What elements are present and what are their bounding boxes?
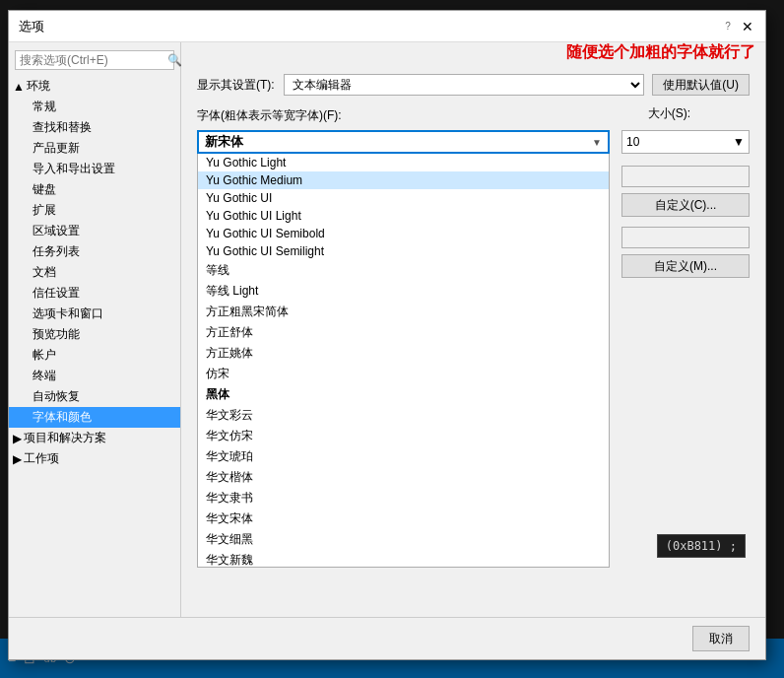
help-button[interactable]: ?: [720, 19, 736, 34]
sidebar-item-find-replace[interactable]: 查找和替换: [9, 117, 180, 138]
expand-arrow: ▲: [13, 80, 25, 94]
sidebar-item-docs[interactable]: 文档: [9, 262, 180, 283]
sidebar-item-import-export[interactable]: 导入和导出设置: [9, 159, 180, 179]
font-list-item[interactable]: 华文彩云: [198, 405, 609, 426]
font-list-item[interactable]: 等线 Light: [198, 281, 609, 302]
search-icon: 🔍: [167, 53, 182, 67]
font-list-item[interactable]: 黑体: [198, 384, 609, 405]
size-dropdown[interactable]: 10 ▼: [621, 130, 750, 154]
font-list-item[interactable]: 方正粗黑宋简体: [198, 302, 609, 322]
size-and-custom: 10 ▼ 自定义(C)... 自定义(M)...: [621, 130, 750, 278]
font-dropdown-header[interactable]: 新宋体 ▼: [197, 130, 610, 154]
sidebar-item-label-projects: 项目和解决方案: [24, 430, 106, 446]
font-list-item[interactable]: Yu Gothic Medium: [198, 171, 609, 189]
sidebar-item-general[interactable]: 常规: [9, 97, 180, 117]
dialog-body: 🔍 ▲ 环境 常规 查找和替换 产品更新 导入和导出设置 键盘 扩展 区域设置 …: [9, 42, 765, 617]
sidebar-item-expand[interactable]: 扩展: [9, 200, 180, 221]
search-box[interactable]: 🔍: [15, 50, 174, 70]
tree-section: ▲ 环境 常规 查找和替换 产品更新 导入和导出设置 键盘 扩展 区域设置 任务…: [9, 74, 180, 613]
sidebar-item-label: 环境: [27, 78, 50, 95]
sidebar-item-region[interactable]: 区域设置: [9, 221, 180, 241]
close-button[interactable]: ✕: [740, 19, 755, 34]
content-area: 随便选个加粗的字体就行了 显示其设置(T): 文本编辑器 使用默认值(U) 字体…: [181, 42, 765, 617]
font-list-item[interactable]: 方正姚体: [198, 343, 609, 364]
size-value: 10: [626, 135, 639, 149]
font-label-row: 字体(粗体表示等宽字体)(F): 大小(S):: [197, 105, 750, 126]
sidebar-item-env[interactable]: ▲ 环境: [9, 76, 180, 97]
display-select[interactable]: 文本编辑器: [284, 74, 644, 96]
font-selected-label: 新宋体: [205, 133, 243, 151]
size-chevron-icon: ▼: [733, 135, 745, 149]
font-list-item[interactable]: Yu Gothic UI Light: [198, 207, 609, 225]
sidebar-item-workitems[interactable]: ▶ 工作项: [9, 448, 180, 469]
dialog-footer: 取消: [9, 617, 765, 659]
display-settings-row: 显示其设置(T): 文本编辑器 使用默认值(U): [197, 74, 750, 96]
sidebar-item-tabs-windows[interactable]: 选项卡和窗口: [9, 304, 180, 324]
font-list-item[interactable]: 华文新魏: [198, 550, 609, 568]
dialog-titlebar: 选项 ? ✕: [9, 11, 765, 42]
chevron-down-icon: ▼: [592, 137, 602, 148]
sidebar-item-accounts[interactable]: 帐户: [9, 345, 180, 366]
font-section: 字体(粗体表示等宽字体)(F): 大小(S): 新宋体 ▼ Yu Gothic …: [197, 105, 750, 278]
font-list-item[interactable]: Yu Gothic UI Semibold: [198, 225, 609, 242]
font-list-item[interactable]: 方正舒体: [198, 322, 609, 343]
color-placeholder-2: [621, 227, 750, 248]
font-list-item[interactable]: 华文细黑: [198, 529, 609, 550]
sidebar: 🔍 ▲ 环境 常规 查找和替换 产品更新 导入和导出设置 键盘 扩展 区域设置 …: [9, 42, 181, 617]
font-list-item[interactable]: 等线: [198, 260, 609, 281]
sidebar-item-task-list[interactable]: 任务列表: [9, 241, 180, 262]
font-dropdown: 新宋体 ▼ Yu Gothic LightYu Gothic MediumYu …: [197, 130, 610, 278]
font-list-item[interactable]: 华文宋体: [198, 508, 609, 529]
sidebar-item-label-workitems: 工作项: [24, 450, 59, 467]
font-list-item[interactable]: 华文琥珀: [198, 446, 609, 467]
sidebar-item-preview[interactable]: 预览功能: [9, 324, 180, 345]
expand-arrow-projects: ▶: [13, 432, 22, 445]
sidebar-item-keyboard[interactable]: 键盘: [9, 179, 180, 200]
font-list-item[interactable]: 华文楷体: [198, 467, 609, 488]
font-list-container: 新宋体 ▼ Yu Gothic LightYu Gothic MediumYu …: [197, 130, 750, 278]
size-label: 大小(S):: [648, 105, 690, 122]
sidebar-item-product-update[interactable]: 产品更新: [9, 138, 180, 159]
font-list-item[interactable]: Yu Gothic UI: [198, 189, 609, 207]
font-list-item[interactable]: 仿宋: [198, 364, 609, 384]
code-hint-text: (0xB811) ;: [666, 539, 737, 553]
sidebar-item-terminal[interactable]: 终端: [9, 366, 180, 386]
font-list-item[interactable]: 华文仿宋: [198, 426, 609, 446]
options-dialog: 选项 ? ✕ 🔍 ▲ 环境 常规 查找和替换 产品更新 导入和导出设: [8, 10, 766, 660]
custom-c-button[interactable]: 自定义(C)...: [621, 193, 750, 217]
color-placeholder-1: [621, 166, 750, 187]
font-label: 字体(粗体表示等宽字体)(F):: [197, 107, 342, 124]
search-input[interactable]: [20, 53, 167, 67]
font-list-item[interactable]: 华文隶书: [198, 488, 609, 508]
expand-arrow-workitems: ▶: [13, 452, 22, 466]
font-list[interactable]: Yu Gothic LightYu Gothic MediumYu Gothic…: [197, 154, 610, 568]
font-list-item[interactable]: Yu Gothic UI Semilight: [198, 242, 609, 260]
sidebar-item-trust[interactable]: 信任设置: [9, 283, 180, 304]
annotation-text: 随便选个加粗的字体就行了: [566, 42, 755, 63]
code-hint-box: (0xB811) ;: [657, 534, 746, 558]
sidebar-item-auto-recover[interactable]: 自动恢复: [9, 386, 180, 407]
font-list-item[interactable]: Yu Gothic Light: [198, 154, 609, 171]
use-default-button[interactable]: 使用默认值(U): [652, 74, 750, 96]
sidebar-item-projects[interactable]: ▶ 项目和解决方案: [9, 428, 180, 448]
dialog-controls: ? ✕: [720, 19, 755, 34]
cancel-button[interactable]: 取消: [692, 626, 750, 651]
dialog-title: 选项: [19, 18, 44, 35]
custom-m-button[interactable]: 自定义(M)...: [621, 254, 750, 278]
display-label: 显示其设置(T):: [197, 77, 276, 94]
sidebar-item-fonts-colors[interactable]: 字体和颜色: [9, 407, 180, 428]
